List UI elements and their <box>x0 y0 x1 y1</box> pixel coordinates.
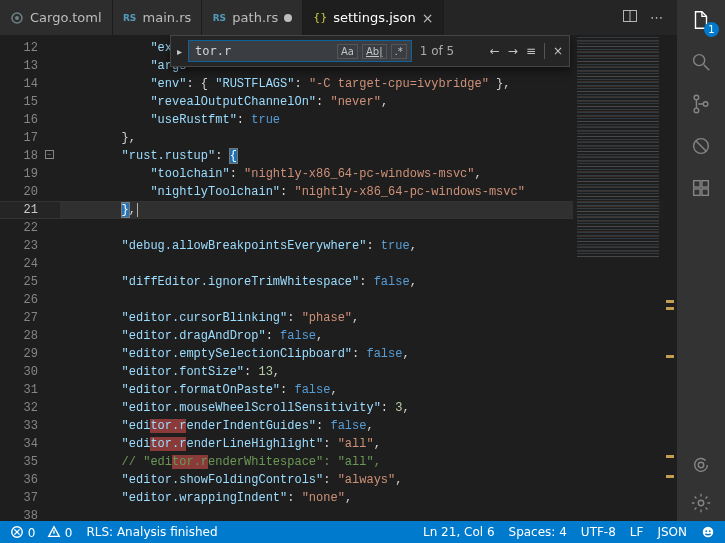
line-number: 13 <box>0 57 60 75</box>
find-in-selection-icon[interactable]: ≡ <box>526 44 536 58</box>
svg-point-6 <box>694 95 699 100</box>
tab-label: Cargo.toml <box>30 10 102 25</box>
rust-icon: RS <box>123 11 137 25</box>
line-number: 15 <box>0 93 60 111</box>
accounts-icon[interactable] <box>689 453 713 477</box>
tab-bar: Cargo.toml RS main.rs RS path.rs {} sett… <box>0 0 677 35</box>
tab-cargo-toml[interactable]: Cargo.toml <box>0 0 113 35</box>
minimap[interactable] <box>573 35 663 521</box>
activity-bar: 1 <box>677 0 725 521</box>
debug-icon[interactable] <box>689 134 713 158</box>
status-rls[interactable]: RLS: Analysis finished <box>86 525 217 539</box>
status-eol[interactable]: LF <box>630 525 644 539</box>
line-number: 35 <box>0 453 60 471</box>
line-number: 30 <box>0 363 60 381</box>
feedback-icon[interactable] <box>701 525 715 540</box>
whole-word-toggle[interactable]: Ab| <box>362 44 387 59</box>
svg-point-23 <box>709 530 711 532</box>
status-indentation[interactable]: Spaces: 4 <box>509 525 567 539</box>
line-number-gutter: 12131415161718−1920212223242526272829303… <box>0 35 60 521</box>
dirty-indicator-icon <box>284 14 292 22</box>
close-icon[interactable]: × <box>422 11 434 25</box>
line-number: 26 <box>0 291 60 309</box>
status-cursor-position[interactable]: Ln 21, Col 6 <box>423 525 495 539</box>
svg-point-16 <box>698 500 704 506</box>
find-next-icon[interactable]: → <box>508 44 518 58</box>
svg-point-4 <box>694 55 705 66</box>
separator <box>544 43 545 59</box>
tab-settings-json[interactable]: {} settings.json × <box>303 0 444 35</box>
line-number: 32 <box>0 399 60 417</box>
more-actions-icon[interactable]: ⋯ <box>650 10 665 25</box>
tab-path-rs[interactable]: RS path.rs <box>202 0 303 35</box>
svg-rect-12 <box>702 181 708 187</box>
tab-main-rs[interactable]: RS main.rs <box>113 0 203 35</box>
find-input-wrap: Aa Ab| .* <box>188 40 412 62</box>
svg-point-21 <box>703 526 714 537</box>
tab-label: path.rs <box>232 10 278 25</box>
status-bar: 0 0 RLS: Analysis finished Ln 21, Col 6 … <box>0 521 725 543</box>
line-number: 18− <box>0 147 60 165</box>
svg-rect-13 <box>694 189 700 195</box>
line-number: 21 <box>0 201 60 219</box>
find-result-count: 1 of 5 <box>420 44 454 58</box>
line-number: 19 <box>0 165 60 183</box>
svg-line-10 <box>696 141 707 152</box>
line-number: 33 <box>0 417 60 435</box>
fold-icon[interactable]: − <box>45 150 54 159</box>
line-number: 34 <box>0 435 60 453</box>
settings-gear-icon[interactable] <box>689 491 713 515</box>
line-number: 16 <box>0 111 60 129</box>
match-case-toggle[interactable]: Aa <box>337 44 358 59</box>
line-number: 27 <box>0 309 60 327</box>
search-icon[interactable] <box>689 50 713 74</box>
line-number: 20 <box>0 183 60 201</box>
warning-count: 0 <box>65 526 73 540</box>
svg-point-1 <box>15 16 19 20</box>
overview-ruler[interactable] <box>663 35 677 521</box>
svg-line-5 <box>704 65 710 71</box>
tab-label: main.rs <box>143 10 192 25</box>
toml-icon <box>10 11 24 25</box>
json-icon: {} <box>313 11 327 25</box>
source-control-icon[interactable] <box>689 92 713 116</box>
line-number: 37 <box>0 489 60 507</box>
extensions-icon[interactable] <box>689 176 713 200</box>
status-encoding[interactable]: UTF-8 <box>581 525 616 539</box>
svg-point-15 <box>698 462 704 468</box>
close-find-icon[interactable]: × <box>553 44 563 58</box>
svg-point-8 <box>703 102 708 107</box>
line-number: 31 <box>0 381 60 399</box>
find-widget: ▸ Aa Ab| .* 1 of 5 ← → ≡ × <box>170 35 570 67</box>
split-editor-icon[interactable] <box>622 8 638 27</box>
line-number: 22 <box>0 219 60 237</box>
status-problems[interactable]: 0 0 <box>10 525 72 540</box>
line-number: 28 <box>0 327 60 345</box>
tab-label: settings.json <box>333 10 416 25</box>
line-number: 36 <box>0 471 60 489</box>
line-number: 23 <box>0 237 60 255</box>
line-number: 24 <box>0 255 60 273</box>
line-number: 38 <box>0 507 60 521</box>
line-number: 17 <box>0 129 60 147</box>
expand-replace-icon[interactable]: ▸ <box>177 46 182 57</box>
svg-point-7 <box>694 108 699 113</box>
find-prev-icon[interactable]: ← <box>490 44 500 58</box>
svg-rect-11 <box>694 181 700 187</box>
error-count: 0 <box>28 526 36 540</box>
editor[interactable]: 12131415161718−1920212223242526272829303… <box>0 35 677 521</box>
svg-point-22 <box>705 530 707 532</box>
rust-icon: RS <box>212 11 226 25</box>
status-language-mode[interactable]: JSON <box>657 525 687 539</box>
regex-toggle[interactable]: .* <box>391 44 407 59</box>
explorer-badge: 1 <box>704 22 719 37</box>
tab-bar-actions: ⋯ <box>610 0 677 35</box>
line-number: 14 <box>0 75 60 93</box>
line-number: 25 <box>0 273 60 291</box>
line-number: 12 <box>0 39 60 57</box>
find-input[interactable] <box>193 43 333 59</box>
svg-rect-14 <box>702 189 708 195</box>
line-number: 29 <box>0 345 60 363</box>
